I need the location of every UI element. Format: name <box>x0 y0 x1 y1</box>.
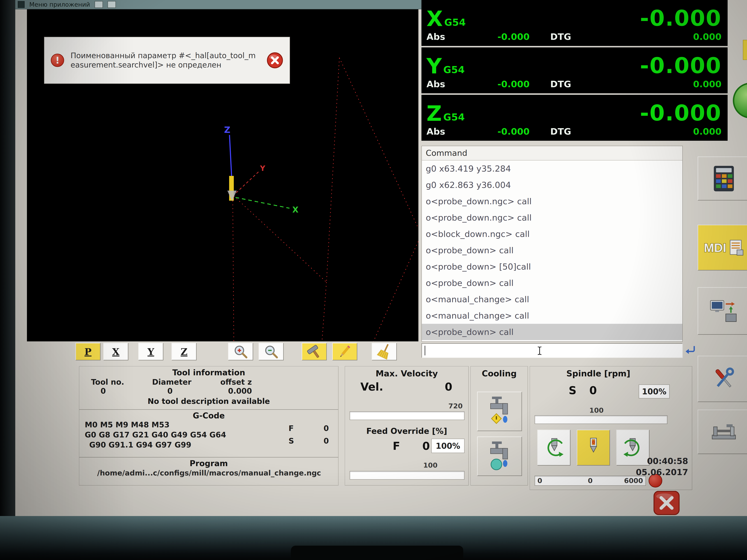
view-x-button[interactable]: X <box>103 343 128 361</box>
spindle-ccw-button[interactable] <box>537 430 570 465</box>
feed-value: 0 <box>324 424 329 433</box>
setup-mode-button[interactable] <box>698 287 747 335</box>
spindle-title: Spindle [rpm] <box>530 369 667 378</box>
document-icon <box>729 239 744 256</box>
cooling-panel: Cooling <box>470 366 528 485</box>
taskbar-window-button[interactable] <box>95 1 103 8</box>
button-letter: P <box>84 346 92 357</box>
dtg-value: 0.000 <box>571 32 721 42</box>
cooling-title: Cooling <box>471 369 527 378</box>
axis-position: -0.000 <box>640 8 721 29</box>
edge-button-partial[interactable] <box>743 40 747 60</box>
feed-override-label: F <box>393 440 400 452</box>
z-axis-label: Z <box>224 125 230 135</box>
command-line[interactable]: o<block_down.ngc> call <box>422 226 682 242</box>
axis-position: -0.000 <box>640 103 721 124</box>
tool-info-panel: Tool information Tool no. Diameter offse… <box>79 366 338 409</box>
feed-percent-box[interactable]: 100% <box>431 439 465 453</box>
diameter-label: Diameter <box>152 378 191 386</box>
feed-label: F <box>288 424 294 433</box>
vel-value: 0 <box>445 380 452 393</box>
command-line[interactable]: o<probe_down> call <box>422 242 682 259</box>
dtg-value: 0.000 <box>571 79 721 89</box>
keyboard-button[interactable] <box>698 157 747 201</box>
monitor-bezel-left <box>0 0 15 560</box>
spindle-percent-box[interactable]: 100% <box>639 384 670 398</box>
gcode-panel: G-Code M0 M5 M9 M48 M53 G0 G8 G17 G21 G4… <box>79 409 338 457</box>
tool-change-button[interactable] <box>698 409 747 454</box>
mdi-input[interactable] <box>421 343 683 358</box>
taskbar-window-button[interactable] <box>108 1 116 8</box>
spindle-ccw-icon <box>542 436 566 459</box>
dro-axis-x[interactable]: X G54 -0.000 Abs -0.000 DTG 0.000 <box>421 0 728 46</box>
quit-button[interactable] <box>652 491 681 515</box>
spindle-range-mid: 0 <box>573 477 608 485</box>
dtg-value: 0.000 <box>571 126 721 137</box>
speed-label: S <box>288 436 294 445</box>
keypad-icon <box>714 166 734 191</box>
abs-label: Abs <box>427 126 445 137</box>
settings-tools-button[interactable] <box>698 356 747 402</box>
command-header: Command <box>422 146 682 160</box>
command-line[interactable]: g0 x62.863 y36.004 <box>422 177 682 193</box>
flood-faucet-icon <box>486 441 513 472</box>
command-line[interactable]: o<probe_down.ngc> call <box>422 210 682 226</box>
zoom-out-button[interactable] <box>259 343 284 361</box>
diameter-value: 0 <box>168 386 173 395</box>
text-caret <box>425 346 425 355</box>
cycle-start-button-partial[interactable] <box>733 83 747 118</box>
spindle-override-slider[interactable] <box>535 415 667 424</box>
axis-letter: Y <box>427 56 442 76</box>
clock-time: 00:40:58 <box>630 456 688 466</box>
command-line[interactable]: o<probe_down> [50]call <box>422 259 682 275</box>
applications-menu[interactable]: Меню приложений <box>29 1 90 8</box>
spindle-stop-button[interactable]: 0 <box>577 430 610 465</box>
mdi-mode-button[interactable]: MDI <box>698 225 747 270</box>
tool-description: No tool description available <box>79 397 338 406</box>
zoom-in-button[interactable] <box>228 343 253 361</box>
preview-tab-button[interactable]: P <box>75 343 101 361</box>
command-line[interactable]: o<probe_down.ngc> call <box>422 193 682 210</box>
mist-faucet-icon <box>486 396 513 427</box>
command-panel: Command g0 x63.419 y35.284 g0 x62.863 y3… <box>421 146 683 342</box>
tool-settings-button[interactable] <box>302 343 327 361</box>
svg-text:0: 0 <box>592 439 595 445</box>
command-line[interactable]: o<manual_change> call <box>422 308 682 324</box>
clear-plot-button[interactable] <box>372 343 397 361</box>
coord-system-label: G54 <box>443 64 465 75</box>
spindle-stop-icon: 0 <box>582 436 605 459</box>
offset-z-value: 0.000 <box>228 386 252 395</box>
warning-icon: ! <box>51 54 64 67</box>
spindle-range-min: 0 <box>537 477 573 485</box>
flood-coolant-button[interactable] <box>477 436 522 476</box>
clock: 00:40:58 05.06.2017 <box>630 456 688 478</box>
program-path: /home/admi...c/configs/mill/macros/manua… <box>79 469 339 477</box>
dro-axis-z[interactable]: Z G54 -0.000 Abs -0.000 DTG 0.000 <box>421 95 728 141</box>
command-line[interactable]: o<probe_down> call <box>422 275 682 291</box>
pencil-icon <box>336 343 353 360</box>
velocity-panel: Max. Velocity Vel. 0 720 Feed Override [… <box>345 366 469 485</box>
tool-no-label: Tool no. <box>91 378 124 386</box>
view-z-button[interactable]: Z <box>172 343 197 361</box>
command-line-selected[interactable]: o<probe_down> call <box>422 324 682 340</box>
monitor-stand <box>291 545 463 560</box>
command-line[interactable]: o<manual_change> call <box>422 291 682 308</box>
view-y-button[interactable]: Y <box>138 343 163 361</box>
applications-icon[interactable] <box>18 1 25 8</box>
error-popup: ! Поименованный параметр #<_hal[auto_too… <box>44 37 290 84</box>
magnifier-plus-icon <box>233 344 249 359</box>
edit-button[interactable] <box>332 343 357 361</box>
enter-icon[interactable] <box>685 344 696 356</box>
dro-axis-y[interactable]: Y G54 -0.000 Abs -0.000 DTG 0.000 <box>421 47 728 93</box>
spindle-speed-value: 0 <box>589 384 597 397</box>
popup-close-icon[interactable] <box>267 52 283 69</box>
command-line[interactable]: g0 x63.419 y35.284 <box>422 160 682 177</box>
button-letter: Y <box>148 346 154 357</box>
dtg-label: DTG <box>550 126 571 137</box>
error-message: Поименованный параметр #<_hal[auto_tool_… <box>71 51 260 70</box>
coord-system-label: G54 <box>443 111 465 123</box>
mist-coolant-button[interactable] <box>477 392 522 431</box>
abs-label: Abs <box>427 79 445 89</box>
vel-label: Vel. <box>360 380 383 393</box>
feed-override-slider[interactable] <box>350 471 465 480</box>
